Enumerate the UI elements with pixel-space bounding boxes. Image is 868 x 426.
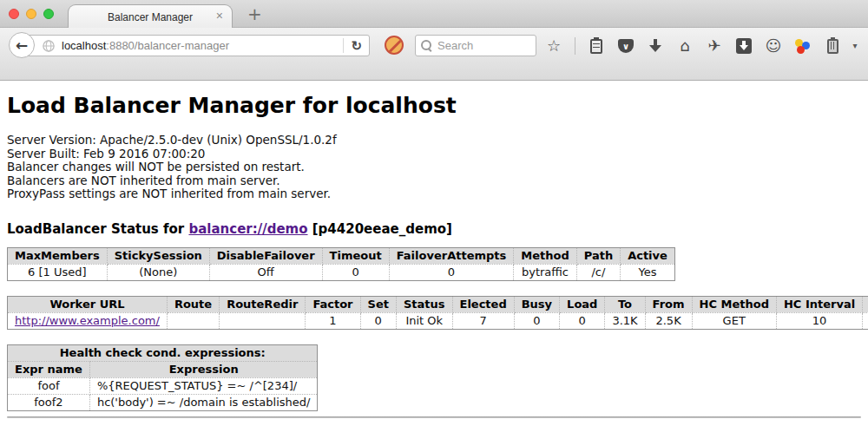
balancers-note-line: Balancers are NOT inherited from main se… bbox=[7, 174, 861, 188]
footer-divider bbox=[7, 416, 861, 418]
page-content: Load Balancer Manager for localhost Serv… bbox=[0, 81, 868, 418]
traffic-lights bbox=[9, 9, 54, 19]
table-header-row: Worker URL Route RouteRedir Factor Set S… bbox=[8, 296, 868, 312]
zoom-window-button[interactable] bbox=[43, 9, 54, 19]
toolbar-buttons: ☆ ∨ ⌂ ✈ ☺ ▾ bbox=[545, 34, 868, 58]
search-input[interactable] bbox=[437, 39, 530, 52]
site-identity-globe-icon bbox=[43, 40, 55, 52]
search-bar[interactable] bbox=[415, 35, 536, 56]
balancer-settings-table: MaxMembers StickySession DisableFailover… bbox=[7, 247, 675, 281]
back-button[interactable]: ← bbox=[9, 32, 35, 58]
balancer-demo-link[interactable]: balancer://demo bbox=[188, 221, 307, 237]
plugin-blocked-icon[interactable] bbox=[385, 36, 404, 55]
url-bar[interactable]: localhost:8880/balancer-manager ↻ bbox=[23, 35, 370, 56]
navigation-toolbar: localhost:8880/balancer-manager ↻ ← ☆ ∨ … bbox=[0, 28, 868, 81]
overflow-caret-icon[interactable]: ▾ bbox=[846, 36, 864, 56]
downloads-icon[interactable] bbox=[647, 36, 664, 56]
emoji-smiley-icon[interactable]: ☺ bbox=[765, 36, 782, 56]
loadbalancer-status-heading: LoadBalancer Status for balancer://demo … bbox=[7, 221, 861, 237]
worker-table: Worker URL Route RouteRedir Factor Set S… bbox=[7, 296, 868, 330]
table-row: foof %{REQUEST_STATUS} =~ /^[234]/ bbox=[8, 377, 318, 394]
url-host-text: localhost bbox=[62, 39, 106, 52]
tab-title: Balancer Manager bbox=[108, 11, 193, 23]
battery-extension-icon[interactable] bbox=[824, 36, 841, 56]
worker-row: http://www.example.com/ 1 0 Init Ok 7 0 … bbox=[8, 312, 868, 329]
server-built-line: Server Built: Feb 9 2016 07:00:20 bbox=[7, 147, 861, 161]
persist-note-line: Balancer changes will NOT be persisted o… bbox=[7, 161, 861, 174]
table-header-row: Expr name Expression bbox=[8, 361, 318, 377]
server-version-line: Server Version: Apache/2.5.0-dev (Unix) … bbox=[7, 134, 861, 147]
table-title-row: Health check cond. expressions: bbox=[8, 344, 318, 361]
clipboard-icon[interactable] bbox=[588, 36, 605, 56]
page-title: Load Balancer Manager for localhost bbox=[7, 93, 861, 118]
new-tab-button[interactable]: + bbox=[247, 3, 262, 24]
colored-dots-extension-icon[interactable] bbox=[794, 36, 812, 56]
minimize-window-button[interactable] bbox=[26, 9, 36, 19]
search-icon bbox=[421, 40, 432, 51]
window-titlebar: Balancer Manager × + bbox=[0, 0, 868, 28]
video-download-icon[interactable] bbox=[735, 36, 753, 56]
pocket-icon[interactable]: ∨ bbox=[617, 36, 635, 56]
reload-icon[interactable]: ↻ bbox=[349, 38, 369, 54]
url-path-text: :8880/balancer-manager bbox=[106, 39, 229, 52]
toolbar-separator bbox=[575, 37, 575, 55]
table-header-row: MaxMembers StickySession DisableFailover… bbox=[8, 247, 675, 264]
bookmark-star-icon[interactable]: ☆ bbox=[545, 36, 562, 56]
server-info: Server Version: Apache/2.5.0-dev (Unix) … bbox=[7, 134, 861, 201]
proxypass-note-line: ProxyPass settings are NOT inherited fro… bbox=[7, 187, 861, 201]
close-window-button[interactable] bbox=[9, 9, 19, 19]
browser-tab[interactable]: Balancer Manager × bbox=[68, 4, 233, 29]
table-row: foof2 hc('body') =~ /domain is establish… bbox=[8, 394, 318, 410]
send-tab-icon[interactable]: ✈ bbox=[706, 36, 723, 56]
health-check-table: Health check cond. expressions: Expr nam… bbox=[7, 344, 318, 411]
worker-url-link[interactable]: http://www.example.com/ bbox=[15, 314, 160, 327]
table-row: 6 [1 Used] (None) Off 0 0 bytraffic /c/ … bbox=[8, 264, 675, 280]
home-icon[interactable]: ⌂ bbox=[676, 36, 694, 56]
tab-close-icon[interactable]: × bbox=[216, 10, 223, 22]
